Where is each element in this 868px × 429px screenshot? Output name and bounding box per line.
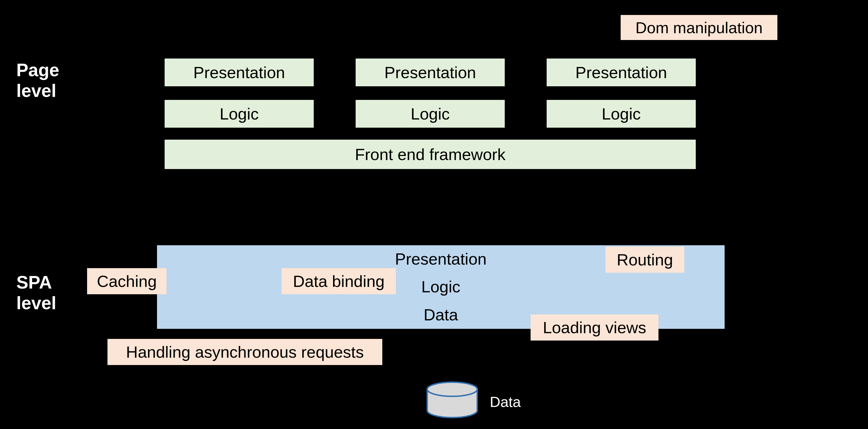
tag-dom-manipulation: Dom manipulation xyxy=(621,15,777,40)
col3-logic: Logic xyxy=(546,99,696,128)
front-end-framework-bar: Front end framework xyxy=(164,139,696,170)
page-level-label: Pagelevel xyxy=(16,60,59,101)
spa-level-label: SPAlevel xyxy=(16,272,56,314)
database-icon xyxy=(425,381,479,419)
tag-data-binding: Data binding xyxy=(282,268,396,294)
col2-logic: Logic xyxy=(355,99,505,128)
data-footer-label: Data xyxy=(490,393,521,410)
col2-presentation: Presentation xyxy=(355,58,505,87)
spa-logic-row: Logic xyxy=(156,273,725,301)
tag-routing: Routing xyxy=(606,247,684,273)
col1-logic: Logic xyxy=(164,99,314,128)
svg-point-1 xyxy=(427,382,477,396)
tag-async-requests: Handling asynchronous requests xyxy=(107,339,382,365)
tag-loading-views: Loading views xyxy=(531,314,658,340)
col1-presentation: Presentation xyxy=(164,58,314,87)
col3-presentation: Presentation xyxy=(546,58,696,87)
tag-caching: Caching xyxy=(87,268,166,294)
